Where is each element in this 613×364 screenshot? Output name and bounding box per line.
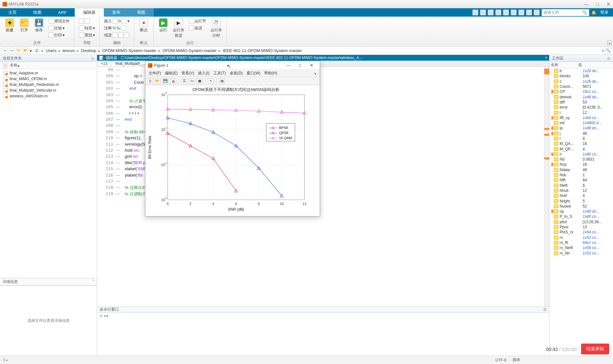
workspace-variable[interactable]: rx1x52 co... <box>549 235 613 240</box>
workspace-variable[interactable]: PtoS_rx1x64 co... <box>549 230 613 235</box>
copy-icon[interactable] <box>488 10 494 15</box>
open-figure-icon[interactable]: 📂 <box>155 78 161 84</box>
workspace-variable[interactable]: Ppos13 <box>549 224 613 230</box>
save-icon[interactable] <box>472 10 478 15</box>
file-item[interactable]: final_Multipath_Vehicular.m <box>2 87 95 93</box>
save-button[interactable]: 💾保存 <box>33 18 45 34</box>
workspace-variable[interactable]: init1x4800 d... <box>549 120 613 125</box>
file-item[interactable]: final_MIMO_OFDM.m <box>2 76 95 82</box>
workspace-variable[interactable]: M_QP...4 <box>549 146 613 151</box>
workspace-variable[interactable]: rx_fft64x1 co... <box>549 240 613 245</box>
editor-close-button[interactable]: × <box>545 56 547 60</box>
workspace-variable[interactable]: pilot[13,26,39... <box>549 219 613 224</box>
find-button[interactable]: 查找 ▾ <box>78 32 96 38</box>
advance-button[interactable]: 前进 <box>188 25 207 31</box>
figure-menu-item[interactable]: 窗口(W) <box>245 71 262 76</box>
workspace-variable[interactable]: n1x80 co... <box>549 152 613 157</box>
rotate-icon[interactable]: ▭ <box>189 78 195 84</box>
workspace-variable[interactable]: CP16x1 co... <box>549 89 613 94</box>
tab-editor[interactable]: 编辑器 <box>75 8 104 17</box>
workspace-variable[interactable]: j48 <box>549 131 613 136</box>
workspace-variable[interactable]: Nnull12 <box>549 188 613 193</box>
workspace-menu-icon[interactable]: ⊙ <box>607 56 610 61</box>
new-button[interactable]: ✚新建 <box>3 18 16 34</box>
workspace-variable[interactable]: M_QA...16 <box>549 141 613 146</box>
workspace-columns[interactable]: 名称值 <box>549 62 613 68</box>
workspace-variable[interactable]: Nref4 <box>549 193 613 198</box>
link-icon[interactable]: ▦ <box>197 78 203 84</box>
nav-fwd-icon[interactable]: ⇨ <box>9 48 15 54</box>
undo-icon[interactable] <box>503 10 509 15</box>
findfiles-button[interactable]: 查找文件 <box>47 18 71 24</box>
save-figure-icon[interactable]: 💾 <box>163 78 168 84</box>
paste-icon[interactable] <box>495 10 501 15</box>
workspace-variable[interactable]: Nright5 <box>549 198 613 203</box>
open-button[interactable]: 📂打开 <box>18 18 31 34</box>
cut-icon[interactable] <box>480 10 486 15</box>
workspace-variable[interactable]: i12 <box>549 110 613 115</box>
pointer-icon[interactable]: ↖ <box>208 78 214 84</box>
cmd-menu-icon[interactable]: ⊙ <box>543 307 547 312</box>
file-item[interactable]: final_Multipath_Pedestrian.m <box>2 82 95 87</box>
new-figure-icon[interactable]: 🗋 <box>147 78 153 84</box>
panel-menu-icon[interactable]: ⊙ <box>91 56 94 61</box>
workspace-variable[interactable]: demod1x48 do... <box>549 94 613 99</box>
tab-home[interactable]: 主页 <box>0 8 25 17</box>
print-button[interactable]: 打印 ▾ <box>47 32 71 38</box>
figure-minimize-button[interactable]: — <box>283 63 294 68</box>
figure-menu-item[interactable]: 查看(V) <box>180 71 195 76</box>
nav-up-icon[interactable]: 📁 <box>16 48 22 54</box>
workspace-variable[interactable]: diff53 <box>549 100 613 105</box>
redo-icon[interactable] <box>511 10 517 15</box>
addon-icon[interactable] <box>534 10 540 15</box>
workspace-variable[interactable]: blocks100 <box>549 73 613 79</box>
print-figure-icon[interactable]: 🖨 <box>170 78 176 84</box>
goto-button[interactable]: 转至 ▾ <box>78 25 96 31</box>
search-docs-input[interactable]: 搜索文档 🔍 <box>541 9 589 16</box>
tab-app[interactable]: APP <box>50 8 75 17</box>
nav-back-button[interactable] <box>78 18 96 24</box>
minimize-button[interactable]: — <box>584 2 589 7</box>
workspace-variable[interactable]: c1x26 do... <box>549 79 613 84</box>
workspace-variable[interactable]: b1x26 do... <box>549 68 613 73</box>
figure-menu-item[interactable]: 插入(I) <box>197 71 211 76</box>
switch-icon[interactable] <box>518 10 524 15</box>
workspace-variable[interactable]: Ndata48 <box>549 167 613 172</box>
workspace-variable[interactable]: ifft_sy1x64 co... <box>549 115 613 120</box>
workspace-variable[interactable]: Count...5671 <box>549 84 613 89</box>
breadcrumb[interactable]: ▸C: ▸ Users ▸ lenovo ▸ Desktop ▸ OFDM-MI… <box>30 48 601 53</box>
tab-view[interactable]: 视图 <box>129 8 154 17</box>
figure-menu-item[interactable]: 文件(F) <box>147 71 162 76</box>
workspace-variable[interactable]: error[0.4238, 0... <box>549 105 613 110</box>
tab-file-1[interactable]: final_Multipath_... <box>111 61 149 66</box>
tab-counter[interactable]: +13 <box>97 61 111 66</box>
stop-recording-button[interactable]: 结束录制 <box>581 344 609 354</box>
workspace-variable[interactable]: P_to_S1x80 co... <box>549 214 613 219</box>
figure-close-button[interactable]: ✕ <box>306 63 317 68</box>
figure-window[interactable]: Figure 1 — □ ✕ 文件(F)编辑(E)查看(V)插入(I)工具(T)… <box>145 61 320 216</box>
figure-maximize-button[interactable]: □ <box>294 63 306 68</box>
notification-icon[interactable]: 🔔 <box>591 10 596 15</box>
code-scrollbar[interactable] <box>544 67 549 307</box>
figure-menu-item[interactable]: 编辑(E) <box>164 71 179 76</box>
nav-back-icon[interactable]: ⇦ <box>2 48 8 54</box>
menu-overflow-icon[interactable]: ↘ <box>312 71 318 76</box>
inspector-icon[interactable]: ▤ <box>219 78 225 84</box>
workspace-variable[interactable]: Ndc1 <box>549 172 613 178</box>
nav-browse-icon[interactable]: 📂 <box>23 48 29 54</box>
workspace-variable[interactable]: ip1x48 do... <box>549 125 613 131</box>
run-advance-button[interactable]: ▶运行并 前进 <box>172 18 186 39</box>
indent-button[interactable]: 缩进 <box>103 32 131 38</box>
tab-plot[interactable]: 绘图 <box>25 8 50 17</box>
figure-menu-item[interactable]: 工具(T) <box>212 71 227 76</box>
workspace-variable[interactable]: l8 <box>549 136 613 141</box>
tab-publish[interactable]: 发布 <box>104 8 129 17</box>
file-item[interactable]: wireless_AWGNsim.m <box>2 93 95 99</box>
run-button[interactable]: ▶运行 <box>157 18 170 34</box>
workspace-variable[interactable]: N00.0631 <box>549 157 613 162</box>
workspace-variable[interactable]: rx_Nri1x53 co... <box>549 250 613 255</box>
close-button[interactable]: ✕ <box>607 2 610 7</box>
name-column-header[interactable]: □ 名称 ▴ <box>0 62 97 69</box>
run-time-button[interactable]: ⏱运行并 计时 <box>209 18 223 39</box>
details-menu-icon[interactable]: ˄ <box>92 279 94 284</box>
